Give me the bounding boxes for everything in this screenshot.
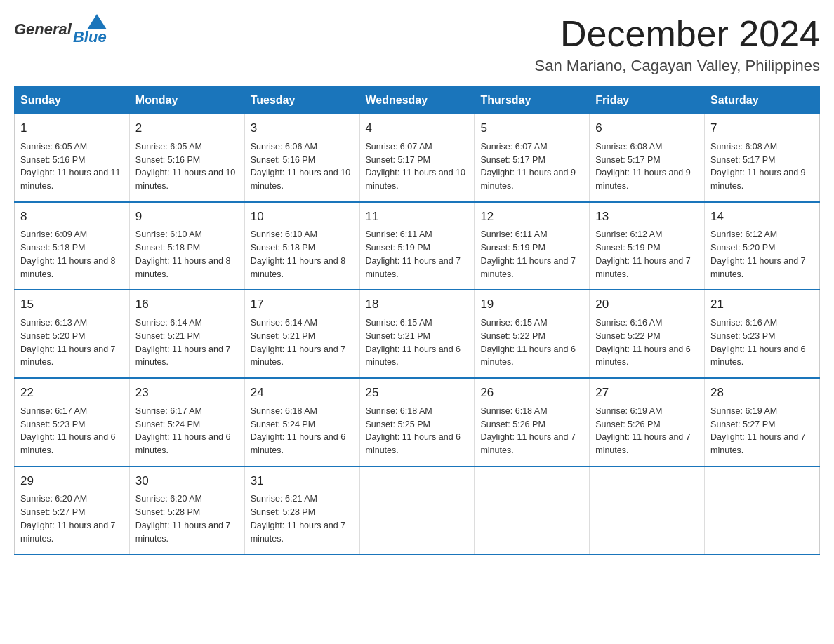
calendar-cell: 4Sunrise: 6:07 AMSunset: 5:17 PMDaylight… (359, 114, 475, 202)
calendar-table: SundayMondayTuesdayWednesdayThursdayFrid… (14, 86, 820, 555)
logo-blue-container: Blue (73, 14, 107, 45)
day-info: Sunrise: 6:18 AMSunset: 5:26 PMDaylight:… (480, 405, 583, 457)
calendar-cell: 18Sunrise: 6:15 AMSunset: 5:21 PMDayligh… (359, 290, 475, 378)
calendar-cell: 5Sunrise: 6:07 AMSunset: 5:17 PMDaylight… (475, 114, 590, 202)
day-number: 12 (480, 208, 583, 226)
day-number: 10 (251, 208, 354, 226)
day-info: Sunrise: 6:11 AMSunset: 5:19 PMDaylight:… (366, 228, 469, 281)
calendar-cell: 13Sunrise: 6:12 AMSunset: 5:19 PMDayligh… (590, 202, 705, 290)
day-info: Sunrise: 6:16 AMSunset: 5:23 PMDaylight:… (710, 316, 814, 369)
day-number: 9 (135, 208, 239, 226)
day-info: Sunrise: 6:11 AMSunset: 5:19 PMDaylight:… (480, 228, 583, 281)
calendar-week-row: 8Sunrise: 6:09 AMSunset: 5:18 PMDaylight… (15, 202, 820, 290)
day-info: Sunrise: 6:21 AMSunset: 5:28 PMDaylight:… (251, 492, 354, 545)
location-title: San Mariano, Cagayan Valley, Philippines (535, 57, 820, 75)
day-info: Sunrise: 6:15 AMSunset: 5:21 PMDaylight:… (366, 316, 469, 369)
day-info: Sunrise: 6:15 AMSunset: 5:22 PMDaylight:… (480, 316, 583, 369)
day-info: Sunrise: 6:20 AMSunset: 5:28 PMDaylight:… (135, 492, 239, 545)
day-number: 2 (135, 120, 239, 137)
day-info: Sunrise: 6:19 AMSunset: 5:26 PMDaylight:… (595, 405, 699, 457)
day-number: 27 (595, 384, 699, 402)
calendar-cell: 3Sunrise: 6:06 AMSunset: 5:16 PMDaylight… (244, 114, 359, 202)
calendar-cell: 16Sunrise: 6:14 AMSunset: 5:21 PMDayligh… (129, 290, 244, 378)
day-number: 30 (135, 473, 239, 490)
calendar-cell: 31Sunrise: 6:21 AMSunset: 5:28 PMDayligh… (244, 467, 359, 555)
calendar-cell: 17Sunrise: 6:14 AMSunset: 5:21 PMDayligh… (244, 290, 359, 378)
calendar-week-row: 1Sunrise: 6:05 AMSunset: 5:16 PMDaylight… (15, 114, 820, 202)
calendar-cell: 9Sunrise: 6:10 AMSunset: 5:18 PMDaylight… (129, 202, 244, 290)
day-number: 19 (480, 296, 583, 314)
day-info: Sunrise: 6:18 AMSunset: 5:25 PMDaylight:… (366, 405, 469, 457)
day-number: 16 (135, 296, 239, 314)
header-tuesday: Tuesday (244, 87, 359, 114)
day-info: Sunrise: 6:05 AMSunset: 5:16 PMDaylight:… (135, 140, 239, 193)
calendar-week-row: 15Sunrise: 6:13 AMSunset: 5:20 PMDayligh… (15, 290, 820, 378)
day-number: 5 (480, 120, 583, 137)
day-number: 11 (366, 208, 469, 226)
calendar-cell: 28Sunrise: 6:19 AMSunset: 5:27 PMDayligh… (705, 378, 820, 467)
day-number: 15 (20, 296, 124, 314)
day-info: Sunrise: 6:07 AMSunset: 5:17 PMDaylight:… (480, 140, 583, 193)
day-number: 3 (251, 120, 354, 137)
day-info: Sunrise: 6:08 AMSunset: 5:17 PMDaylight:… (595, 140, 699, 193)
calendar-cell: 20Sunrise: 6:16 AMSunset: 5:22 PMDayligh… (590, 290, 705, 378)
logo-general-text: General (14, 20, 72, 39)
day-number: 14 (710, 208, 814, 226)
calendar-cell: 14Sunrise: 6:12 AMSunset: 5:20 PMDayligh… (705, 202, 820, 290)
day-number: 21 (710, 296, 814, 314)
header-sunday: Sunday (15, 87, 130, 114)
logo-triangle-icon (87, 14, 107, 29)
day-number: 22 (20, 384, 124, 402)
day-info: Sunrise: 6:09 AMSunset: 5:18 PMDaylight:… (20, 228, 124, 281)
calendar-cell: 30Sunrise: 6:20 AMSunset: 5:28 PMDayligh… (129, 467, 244, 555)
header-saturday: Saturday (705, 87, 820, 114)
day-info: Sunrise: 6:05 AMSunset: 5:16 PMDaylight:… (20, 140, 124, 193)
calendar-cell: 27Sunrise: 6:19 AMSunset: 5:26 PMDayligh… (590, 378, 705, 467)
day-number: 20 (595, 296, 699, 314)
day-info: Sunrise: 6:08 AMSunset: 5:17 PMDaylight:… (710, 140, 814, 193)
day-number: 31 (251, 473, 354, 490)
calendar-cell: 21Sunrise: 6:16 AMSunset: 5:23 PMDayligh… (705, 290, 820, 378)
day-info: Sunrise: 6:14 AMSunset: 5:21 PMDaylight:… (135, 316, 239, 369)
day-number: 6 (595, 120, 699, 137)
day-info: Sunrise: 6:13 AMSunset: 5:20 PMDaylight:… (20, 316, 124, 369)
day-info: Sunrise: 6:10 AMSunset: 5:18 PMDaylight:… (251, 228, 354, 281)
page-header: General Blue December 2024 San Mariano, … (14, 14, 820, 75)
calendar-week-row: 29Sunrise: 6:20 AMSunset: 5:27 PMDayligh… (15, 467, 820, 555)
day-number: 24 (251, 384, 354, 402)
day-number: 4 (366, 120, 469, 137)
calendar-cell (475, 467, 590, 555)
day-number: 7 (710, 120, 814, 137)
header-monday: Monday (129, 87, 244, 114)
calendar-cell: 19Sunrise: 6:15 AMSunset: 5:22 PMDayligh… (475, 290, 590, 378)
calendar-cell: 26Sunrise: 6:18 AMSunset: 5:26 PMDayligh… (475, 378, 590, 467)
day-number: 23 (135, 384, 239, 402)
calendar-cell: 22Sunrise: 6:17 AMSunset: 5:23 PMDayligh… (15, 378, 130, 467)
calendar-cell: 12Sunrise: 6:11 AMSunset: 5:19 PMDayligh… (475, 202, 590, 290)
day-number: 28 (710, 384, 814, 402)
day-info: Sunrise: 6:17 AMSunset: 5:23 PMDaylight:… (20, 405, 124, 457)
calendar-cell (590, 467, 705, 555)
day-info: Sunrise: 6:19 AMSunset: 5:27 PMDaylight:… (710, 405, 814, 457)
header-friday: Friday (590, 87, 705, 114)
calendar-cell (359, 467, 475, 555)
day-number: 17 (251, 296, 354, 314)
day-info: Sunrise: 6:10 AMSunset: 5:18 PMDaylight:… (135, 228, 239, 281)
day-number: 25 (366, 384, 469, 402)
day-info: Sunrise: 6:12 AMSunset: 5:20 PMDaylight:… (710, 228, 814, 281)
header-wednesday: Wednesday (359, 87, 475, 114)
calendar-cell: 24Sunrise: 6:18 AMSunset: 5:24 PMDayligh… (244, 378, 359, 467)
calendar-cell: 23Sunrise: 6:17 AMSunset: 5:24 PMDayligh… (129, 378, 244, 467)
day-number: 18 (366, 296, 469, 314)
calendar-cell: 6Sunrise: 6:08 AMSunset: 5:17 PMDaylight… (590, 114, 705, 202)
day-number: 26 (480, 384, 583, 402)
title-section: December 2024 San Mariano, Cagayan Valle… (535, 14, 820, 75)
logo: General Blue (14, 14, 107, 45)
month-title: December 2024 (535, 14, 820, 54)
calendar-cell: 25Sunrise: 6:18 AMSunset: 5:25 PMDayligh… (359, 378, 475, 467)
day-info: Sunrise: 6:20 AMSunset: 5:27 PMDaylight:… (20, 492, 124, 545)
calendar-cell: 10Sunrise: 6:10 AMSunset: 5:18 PMDayligh… (244, 202, 359, 290)
header-thursday: Thursday (475, 87, 590, 114)
day-number: 29 (20, 473, 124, 490)
day-info: Sunrise: 6:06 AMSunset: 5:16 PMDaylight:… (251, 140, 354, 193)
